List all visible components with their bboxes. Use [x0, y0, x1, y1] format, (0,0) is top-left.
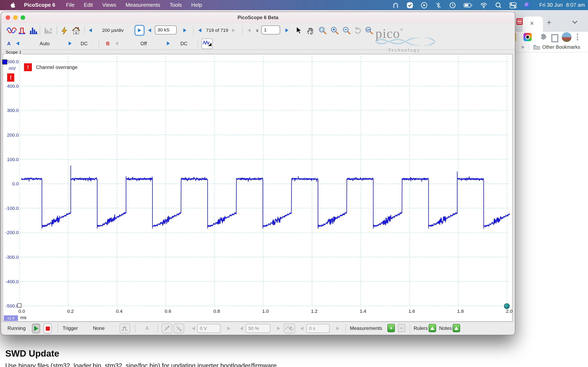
zoom-factor-input[interactable]: 1: [261, 25, 280, 34]
triangle-up-icon: [430, 326, 435, 330]
wifi-icon[interactable]: [480, 2, 488, 8]
home-settings-icon[interactable]: [72, 26, 81, 35]
menu-app-name[interactable]: PicoScope 6: [24, 0, 55, 10]
channel-b-range-next[interactable]: [167, 42, 170, 45]
zoom-down-arrow[interactable]: [247, 29, 251, 32]
menu-item[interactable]: Edit: [84, 0, 93, 10]
right-arrow-icon: [138, 29, 141, 32]
level-down-arrow[interactable]: [192, 327, 195, 330]
siri-icon[interactable]: [524, 2, 530, 8]
channel-a-range[interactable]: Auto: [27, 41, 62, 47]
channel-a-axis-marker[interactable]: [2, 59, 7, 64]
channel-a-range-next[interactable]: [69, 42, 72, 45]
x-tick-label: 0.6: [160, 309, 175, 314]
channel-b-coupling[interactable]: DC: [180, 41, 187, 47]
trigger-level-input[interactable]: 0 V: [197, 324, 221, 333]
trigger-delay-input[interactable]: 0 s: [306, 324, 330, 333]
buffer-end-handle[interactable]: [504, 303, 510, 309]
add-measurement-button[interactable]: +: [387, 324, 395, 332]
menu-clock[interactable]: Fri 30 Jun 8:07 am: [539, 0, 585, 10]
folder-icon: [533, 45, 540, 50]
new-tab-button[interactable]: +: [547, 18, 552, 26]
rulers-panel-button[interactable]: [429, 324, 436, 332]
y-tick-label: 100.0: [3, 157, 19, 162]
x-tick-label: 1.8: [453, 309, 468, 314]
buffer-prev-arrow[interactable]: [199, 29, 201, 32]
axis-corner-handle[interactable]: [17, 303, 21, 308]
level-up-arrow[interactable]: [227, 327, 230, 330]
stop-capture-button[interactable]: [43, 324, 52, 333]
normal-cursor-tool-icon[interactable]: [296, 26, 302, 34]
zoom-up-arrow[interactable]: [285, 29, 288, 32]
window-title-bar[interactable]: PicoScope 6 Beta: [1, 12, 515, 24]
spectrum-pulse-icon[interactable]: [18, 26, 28, 34]
samples-up-arrow[interactable]: [183, 29, 186, 32]
browser-menu-icon[interactable]: [577, 34, 578, 40]
signal-generator-button[interactable]: [201, 39, 213, 49]
menu-item[interactable]: Views: [102, 0, 116, 10]
time-machine-icon[interactable]: [449, 2, 456, 8]
control-center-icon[interactable]: [509, 2, 517, 8]
bookmarks-overflow-icon[interactable]: »: [521, 44, 524, 50]
scope-chart[interactable]: 500.0400.0300.0200.0100.00.0-100.0-200.0…: [3, 54, 513, 322]
hand-pan-tool-icon[interactable]: [306, 26, 315, 35]
samples-down-arrow[interactable]: [148, 29, 151, 32]
apple-icon[interactable]: [10, 2, 16, 8]
y-tick-label: 300.0: [3, 108, 19, 113]
menu-status-icons: [392, 0, 530, 10]
pre-trigger-input[interactable]: 50 %: [246, 324, 270, 333]
samples-input[interactable]: 30 kS: [155, 25, 177, 34]
arch-status-icon[interactable]: [392, 2, 399, 8]
trigger-label: Trigger: [63, 325, 78, 331]
other-bookmarks-label[interactable]: Other Bookmarks: [542, 44, 580, 50]
play-status-icon[interactable]: [421, 2, 428, 8]
scope-tab-label[interactable]: Scope 1: [4, 50, 23, 54]
trigger-mode[interactable]: None: [93, 325, 105, 331]
scope-view-icon[interactable]: [6, 26, 17, 34]
start-capture-button[interactable]: [32, 324, 40, 333]
zoom-marquee-tool-icon[interactable]: [318, 26, 327, 35]
battery-icon[interactable]: [463, 2, 472, 8]
spectrum-bars-icon[interactable]: [29, 26, 39, 34]
x-axis-unit: ms: [20, 315, 26, 320]
menu-item[interactable]: Measurements: [126, 0, 160, 10]
spotlight-search-icon[interactable]: [495, 2, 502, 8]
notes-panel-button[interactable]: [453, 324, 460, 332]
sidepanel-icon[interactable]: [551, 34, 558, 42]
timebase-prev-arrow[interactable]: [89, 29, 92, 32]
zoom-100-tool-icon[interactable]: 100: [365, 26, 374, 35]
channel-b-range-prev[interactable]: [115, 42, 118, 45]
bluetooth-off-icon[interactable]: [435, 2, 442, 8]
zoom-out-tool-icon[interactable]: [342, 26, 351, 35]
overrange-warning-icon: !: [24, 63, 32, 71]
auto-setup-icon[interactable]: [61, 26, 69, 35]
zoom-in-tool-icon[interactable]: [330, 26, 339, 35]
profile-avatar[interactable]: [562, 32, 571, 42]
x-tick-label: 1.6: [404, 309, 419, 314]
delay-down-arrow[interactable]: [300, 327, 303, 330]
check-badge-icon[interactable]: [406, 2, 413, 8]
channel-a-range-prev[interactable]: [16, 42, 19, 45]
pretrigger-down-arrow[interactable]: [240, 327, 243, 330]
menu-item[interactable]: Help: [191, 0, 202, 10]
x-tick-label: 2.0: [502, 309, 517, 314]
timebase-value[interactable]: 200 µs/div: [97, 28, 129, 33]
channel-b-range[interactable]: Off: [126, 41, 161, 47]
tab-close-icon[interactable]: ✕: [530, 21, 534, 26]
channel-a-label[interactable]: A: [7, 41, 11, 47]
overrange-warning-text: Channel overrange: [36, 64, 77, 70]
timebase-next-button[interactable]: [135, 25, 144, 35]
delay-up-arrow[interactable]: [337, 327, 339, 330]
menu-item[interactable]: Tools: [170, 0, 182, 10]
capture-status: Running: [8, 325, 26, 331]
pretrigger-up-arrow[interactable]: [277, 327, 280, 330]
tab-search-chevron-icon[interactable]: [572, 21, 578, 24]
menu-item[interactable]: File: [66, 0, 74, 10]
channel-b-label[interactable]: B: [106, 41, 110, 47]
camera-extension-icon[interactable]: [523, 33, 532, 41]
channel-a-coupling[interactable]: DC: [81, 41, 87, 47]
x-axis-multiplier-badge[interactable]: x1.0: [4, 315, 18, 321]
extensions-puzzle-icon[interactable]: [540, 34, 547, 41]
buffer-next-arrow[interactable]: [232, 29, 235, 32]
rising-edge-icon: [163, 325, 171, 332]
